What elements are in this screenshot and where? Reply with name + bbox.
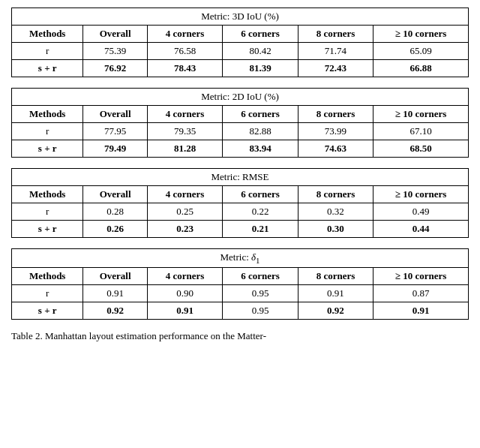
method-cell-2-0: r [12, 123, 83, 140]
table-row-2-1: s + r79.4981.2883.9474.6368.50 [12, 140, 469, 158]
col-header-1-5: ≥ 10 corners [374, 26, 469, 43]
col-header-1-4: 8 corners [298, 26, 373, 43]
value-cell-4-0-1: 0.90 [147, 284, 222, 302]
method-cell-3-1: s + r [12, 221, 83, 238]
col-header-4-4: 8 corners [298, 267, 373, 284]
value-cell-3-0-0: 0.28 [83, 203, 147, 221]
col-header-2-1: Overall [83, 106, 147, 123]
metric-title-2: Metric: 2D IoU (%) [12, 89, 469, 106]
col-header-2-3: 6 corners [223, 106, 298, 123]
value-cell-4-0-0: 0.91 [83, 284, 147, 302]
method-cell-4-0: r [12, 284, 83, 302]
table-1: Metric: 3D IoU (%)MethodsOverall4 corner… [11, 8, 469, 77]
table-row-4-0: r0.910.900.950.910.87 [12, 284, 469, 302]
method-cell-1-0: r [12, 43, 83, 60]
table-row-3-1: s + r0.260.230.210.300.44 [12, 221, 469, 238]
value-cell-4-0-4: 0.87 [374, 284, 469, 302]
method-cell-2-1: s + r [12, 140, 83, 158]
col-header-1-1: Overall [83, 26, 147, 43]
value-cell-1-1-1: 78.43 [147, 60, 222, 77]
value-cell-1-0-4: 65.09 [374, 43, 469, 60]
col-header-3-0: Methods [12, 186, 83, 203]
col-header-3-5: ≥ 10 corners [374, 186, 469, 203]
value-cell-2-1-3: 74.63 [298, 140, 373, 158]
value-cell-4-1-2: 0.95 [223, 302, 298, 319]
table-4: Metric: δ1MethodsOverall4 corners6 corne… [11, 248, 469, 320]
value-cell-4-1-3: 0.92 [298, 302, 373, 319]
value-cell-2-0-4: 67.10 [374, 123, 469, 140]
method-cell-1-1: s + r [12, 60, 83, 77]
value-cell-4-1-1: 0.91 [147, 302, 222, 319]
col-header-4-5: ≥ 10 corners [374, 267, 469, 284]
value-cell-4-0-3: 0.91 [298, 284, 373, 302]
table-row-1-1: s + r76.9278.4381.3972.4366.88 [12, 60, 469, 77]
value-cell-1-1-4: 66.88 [374, 60, 469, 77]
col-header-4-1: Overall [83, 267, 147, 284]
col-header-2-5: ≥ 10 corners [374, 106, 469, 123]
value-cell-4-1-4: 0.91 [374, 302, 469, 319]
value-cell-2-1-0: 79.49 [83, 140, 147, 158]
value-cell-1-1-2: 81.39 [223, 60, 298, 77]
value-cell-4-0-2: 0.95 [223, 284, 298, 302]
value-cell-3-1-2: 0.21 [223, 221, 298, 238]
col-header-4-3: 6 corners [223, 267, 298, 284]
col-header-4-2: 4 corners [147, 267, 222, 284]
value-cell-2-0-0: 77.95 [83, 123, 147, 140]
table-row-1-0: r75.3976.5880.4271.7465.09 [12, 43, 469, 60]
table-row-2-0: r77.9579.3582.8873.9967.10 [12, 123, 469, 140]
col-header-1-2: 4 corners [147, 26, 222, 43]
value-cell-4-1-0: 0.92 [83, 302, 147, 319]
table-3: Metric: RMSEMethodsOverall4 corners6 cor… [11, 168, 469, 238]
value-cell-3-1-4: 0.44 [374, 221, 469, 238]
col-header-3-4: 8 corners [298, 186, 373, 203]
value-cell-2-1-2: 83.94 [223, 140, 298, 158]
metric-title-3: Metric: RMSE [12, 169, 469, 186]
value-cell-3-0-3: 0.32 [298, 203, 373, 221]
metric-title-4: Metric: δ1 [12, 249, 469, 268]
col-header-2-0: Methods [12, 106, 83, 123]
table-caption: Table 2. Manhattan layout estimation per… [11, 330, 469, 342]
col-header-2-2: 4 corners [147, 106, 222, 123]
col-header-2-4: 8 corners [298, 106, 373, 123]
method-cell-3-0: r [12, 203, 83, 221]
col-header-1-3: 6 corners [223, 26, 298, 43]
value-cell-2-1-4: 68.50 [374, 140, 469, 158]
value-cell-3-1-0: 0.26 [83, 221, 147, 238]
col-header-1-0: Methods [12, 26, 83, 43]
value-cell-1-1-3: 72.43 [298, 60, 373, 77]
value-cell-1-1-0: 76.92 [83, 60, 147, 77]
value-cell-3-1-1: 0.23 [147, 221, 222, 238]
value-cell-1-0-3: 71.74 [298, 43, 373, 60]
method-cell-4-1: s + r [12, 302, 83, 319]
col-header-3-1: Overall [83, 186, 147, 203]
col-header-3-2: 4 corners [147, 186, 222, 203]
value-cell-1-0-0: 75.39 [83, 43, 147, 60]
value-cell-3-0-2: 0.22 [223, 203, 298, 221]
value-cell-2-0-2: 82.88 [223, 123, 298, 140]
value-cell-2-0-3: 73.99 [298, 123, 373, 140]
table-2: Metric: 2D IoU (%)MethodsOverall4 corner… [11, 88, 469, 158]
value-cell-1-0-2: 80.42 [223, 43, 298, 60]
value-cell-1-0-1: 76.58 [147, 43, 222, 60]
col-header-4-0: Methods [12, 267, 83, 284]
col-header-3-3: 6 corners [223, 186, 298, 203]
value-cell-3-0-1: 0.25 [147, 203, 222, 221]
value-cell-2-0-1: 79.35 [147, 123, 222, 140]
table-row-3-0: r0.280.250.220.320.49 [12, 203, 469, 221]
metric-title-1: Metric: 3D IoU (%) [12, 8, 469, 26]
table-row-4-1: s + r0.920.910.950.920.91 [12, 302, 469, 319]
value-cell-3-0-4: 0.49 [374, 203, 469, 221]
value-cell-2-1-1: 81.28 [147, 140, 222, 158]
value-cell-3-1-3: 0.30 [298, 221, 373, 238]
